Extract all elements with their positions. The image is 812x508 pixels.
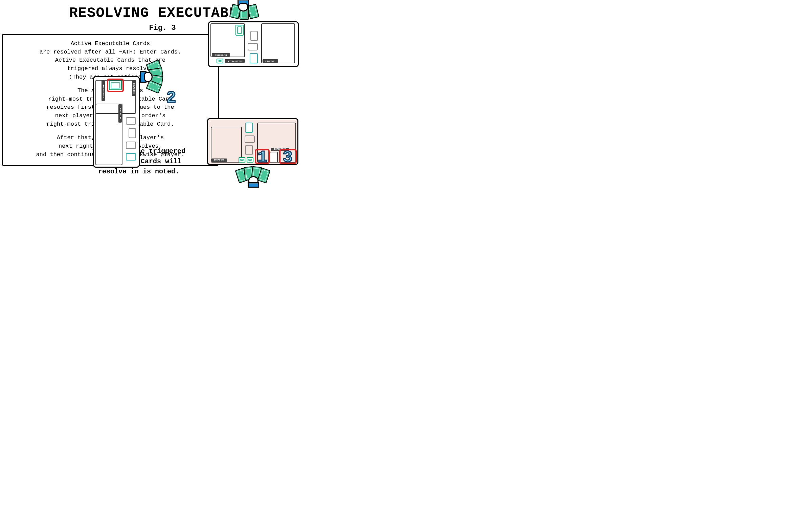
resolution-highlight	[279, 149, 297, 164]
zone-label-executables: EXECUTABLES	[102, 81, 105, 101]
card-icon	[235, 25, 244, 36]
slot-small	[250, 31, 258, 41]
zone-invading	[261, 23, 295, 63]
zone-label-executables: EXECUTABLES	[225, 59, 245, 63]
player-top-hand	[227, 0, 261, 20]
slot-small	[248, 43, 258, 50]
player-bottom-board: INVADING DEFENDING	[207, 118, 298, 165]
fist-icon	[238, 3, 248, 12]
slot-small	[129, 128, 136, 138]
executable-card-icon	[109, 81, 122, 90]
slot-small	[126, 117, 136, 125]
executable-card-icon	[239, 157, 245, 163]
defending-card-icon	[270, 152, 278, 163]
card-icon	[245, 123, 253, 133]
card-icon	[126, 153, 136, 161]
slot-small	[245, 145, 253, 155]
slot-small	[126, 142, 136, 149]
resolution-highlight	[255, 149, 270, 164]
zone-label-invading: INVADING	[211, 158, 227, 162]
zone-label-defending: DEFENDING	[212, 53, 230, 57]
player-bottom-hand	[237, 166, 271, 186]
executable-card-icon	[217, 59, 223, 63]
zone-invading	[211, 127, 242, 163]
game-rules-figure: RESOLVING EXECUTABLES Fig. 3 Active Exec…	[0, 0, 508, 317]
zone-label-invading: INVADING	[132, 81, 135, 96]
rules-paragraph-1: Active Executable Cards are resolved aft…	[5, 40, 215, 81]
player-left-board: INVADING EXECUTABLES DEFENDING	[93, 76, 140, 168]
player-left-hand	[140, 62, 164, 92]
zone-label-defending: DEFENDING	[118, 104, 122, 123]
slot-small	[245, 135, 255, 143]
fist-icon	[144, 72, 153, 82]
executable-card-icon	[247, 157, 253, 163]
player-top-board: INVADING DEFENDING EXECUTABLES	[208, 21, 299, 67]
card-icon	[250, 53, 258, 63]
zone-label-invading: INVADING	[263, 59, 278, 63]
sleeve-icon	[248, 182, 259, 188]
